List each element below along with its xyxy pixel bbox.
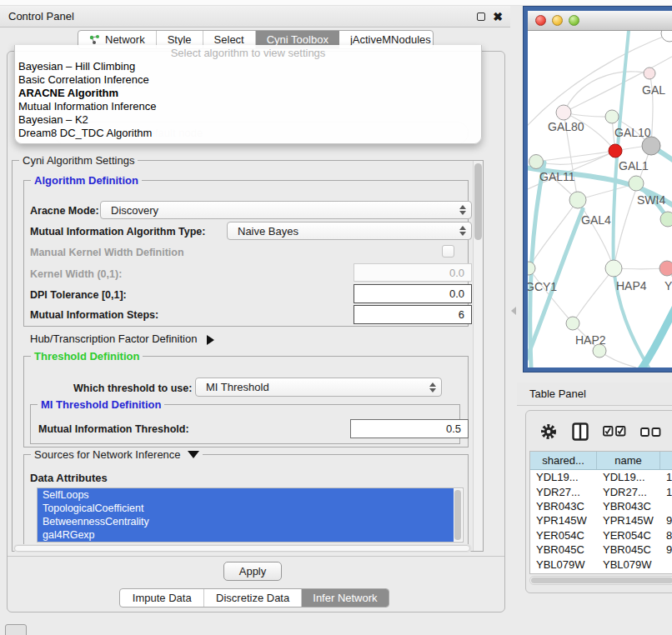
cell: 9. — [660, 514, 672, 527]
network-icon — [89, 34, 100, 45]
settings-horizontal-scrollbar[interactable] — [13, 544, 472, 552]
stepper-icon — [459, 226, 466, 236]
algorithm-option[interactable]: Mutual Information Inference — [15, 100, 481, 113]
dpi-tolerance-field[interactable]: 0.0 — [354, 284, 472, 303]
table-row[interactable]: YPR145W YPR145W 9. — [530, 513, 672, 528]
control-panel-title: Control Panel — [8, 10, 74, 22]
sources-group-header[interactable]: Sources for Network Inference — [31, 448, 203, 461]
corner-mini-button[interactable] — [5, 624, 27, 635]
node-attribute-table: shared... name YDL19... YDL19... 13 YDR2… — [529, 451, 672, 574]
table-row[interactable]: YBL079W YBL079W — [530, 557, 672, 571]
table-horizontal-scrollbar[interactable] — [529, 576, 672, 585]
kernel-width-field[interactable]: 0.0 — [354, 263, 472, 282]
network-view-window[interactable]: GAL GAL80 GAL10 GAL1 GAL11 SWI4 GAL4 GCY… — [524, 7, 672, 372]
settings-vertical-scrollbar[interactable] — [473, 161, 483, 551]
zoom-window-icon[interactable] — [569, 15, 579, 26]
algorithm-option[interactable]: Bayesian – Hill Climbing — [15, 60, 481, 73]
table-row[interactable]: YDR27... YDR27... 12 — [530, 484, 672, 498]
attribute-item-selected[interactable]: SelfLoops — [38, 488, 454, 502]
cell: YBR043C — [597, 500, 660, 512]
cell: 9. — [660, 543, 672, 556]
tab-discretize-data[interactable]: Discretize Data — [204, 589, 301, 607]
node-gray[interactable] — [642, 137, 660, 155]
node-label: GAL10 — [614, 126, 651, 139]
node-swi4[interactable] — [629, 176, 644, 191]
node-unlabeled[interactable] — [661, 31, 672, 42]
algorithm-option[interactable]: Basic Correlation Inference — [15, 73, 481, 87]
node-label: GAL1 — [619, 159, 649, 172]
settings-scrollbar-thumb[interactable] — [474, 163, 482, 240]
tab-network-label: Network — [105, 33, 145, 46]
tab-impute-data[interactable]: Impute Data — [120, 589, 204, 607]
node-hap2[interactable] — [566, 317, 579, 330]
which-threshold-select[interactable]: MI Threshold — [195, 378, 442, 397]
column-header-shared-name[interactable]: shared... — [530, 452, 597, 469]
table-row[interactable]: YLR345W YLR345W 9. — [530, 572, 672, 574]
select-all-checkboxes-icon[interactable] — [603, 426, 626, 439]
node-gal4[interactable] — [569, 192, 586, 208]
cell: YPR145W — [597, 514, 660, 527]
expander-collapsed-icon — [207, 335, 214, 345]
tab-cyni-toolbox-label: Cyni Toolbox — [267, 33, 328, 46]
attribute-item-selected[interactable]: TopologicalCoefficient — [38, 502, 454, 515]
table-row[interactable]: YDL19... YDL19... 13 — [530, 470, 672, 484]
table-row[interactable]: YBR045C YBR045C 9. — [530, 542, 672, 557]
settings-hscrollbar-thumb[interactable] — [14, 545, 470, 552]
cell: YDR27... — [597, 486, 660, 498]
mi-threshold-field[interactable]: 0.5 — [350, 419, 469, 438]
data-attributes-list[interactable]: SelfLoops TopologicalCoefficient Between… — [37, 488, 464, 542]
node-unlabeled[interactable] — [660, 212, 672, 227]
node-gal80[interactable] — [556, 105, 571, 120]
node-label: HAP2 — [575, 333, 606, 347]
node-gal10[interactable] — [605, 110, 619, 123]
splitpane-collapse-handle[interactable] — [511, 307, 516, 315]
aracne-mode-label: Aracne Mode: — [30, 205, 99, 217]
attribute-item-selected[interactable]: BetweennessCentrality — [38, 515, 454, 528]
attribute-item-selected[interactable]: gal4RGexp — [38, 528, 454, 542]
cell: 12 — [660, 486, 672, 498]
table-row[interactable]: YER054C YER054C 8. — [530, 528, 672, 542]
algorithm-placeholder: Select algorithm to view settings — [15, 45, 481, 60]
mi-steps-field[interactable]: 6 — [354, 305, 472, 324]
attributes-scrollbar-thumb[interactable] — [454, 490, 461, 540]
clear-checkboxes-icon[interactable] — [640, 427, 661, 439]
tab-style-label: Style — [168, 33, 192, 46]
node-gcy1[interactable] — [528, 262, 535, 275]
close-window-icon[interactable] — [535, 15, 546, 26]
manual-kernel-checkbox[interactable] — [442, 245, 454, 258]
algorithm-option[interactable]: Bayesian – K2 — [15, 113, 481, 127]
hub-definition-expander[interactable]: Hub/Transcription Factor Definition — [30, 332, 214, 345]
node-y[interactable] — [659, 261, 672, 276]
stepper-icon — [429, 382, 436, 392]
mi-type-select[interactable]: Naive Bayes — [227, 222, 472, 240]
column-header-partial[interactable] — [660, 452, 672, 469]
attributes-scrollbar[interactable] — [454, 489, 462, 541]
tab-infer-network[interactable]: Infer Network — [302, 589, 389, 607]
cyni-algorithm-settings-title: Cyni Algorithm Settings — [19, 154, 138, 167]
apply-button[interactable]: Apply — [223, 562, 282, 581]
split-columns-icon[interactable] — [572, 422, 589, 443]
algorithm-option[interactable]: Dream8 DC_TDC Algorithm — [15, 127, 481, 140]
table-hscrollbar-thumb[interactable] — [531, 578, 672, 583]
dpi-tolerance-label: DPI Tolerance [0,1]: — [30, 289, 127, 301]
cell: 9. — [660, 572, 672, 574]
node-gal1[interactable] — [609, 144, 622, 158]
table-row[interactable]: YBR043C YBR043C — [530, 499, 672, 513]
bottom-tabbar: Impute Data Discretize Data Infer Networ… — [119, 588, 389, 608]
aracne-mode-value: Discovery — [111, 204, 158, 217]
node-gal[interactable] — [644, 68, 655, 79]
float-window-button[interactable] — [475, 11, 487, 22]
algorithm-option-selected[interactable]: ARACNE Algorithm — [15, 87, 481, 100]
cell: YBR045C — [597, 543, 660, 556]
close-panel-button[interactable]: ✖ — [492, 11, 504, 22]
table-panel-title: Table Panel — [529, 388, 586, 400]
node-gal11[interactable] — [529, 155, 544, 169]
node-hap4[interactable] — [605, 260, 622, 277]
network-window-titlebar[interactable] — [528, 11, 672, 31]
column-header-name[interactable]: name — [597, 452, 660, 469]
gear-icon[interactable] — [539, 422, 558, 443]
aracne-mode-select[interactable]: Discovery — [100, 201, 472, 219]
network-canvas[interactable]: GAL GAL80 GAL10 GAL1 GAL11 SWI4 GAL4 GCY… — [528, 31, 672, 368]
minimize-window-icon[interactable] — [552, 15, 563, 26]
cell: YLR345W — [597, 572, 660, 574]
